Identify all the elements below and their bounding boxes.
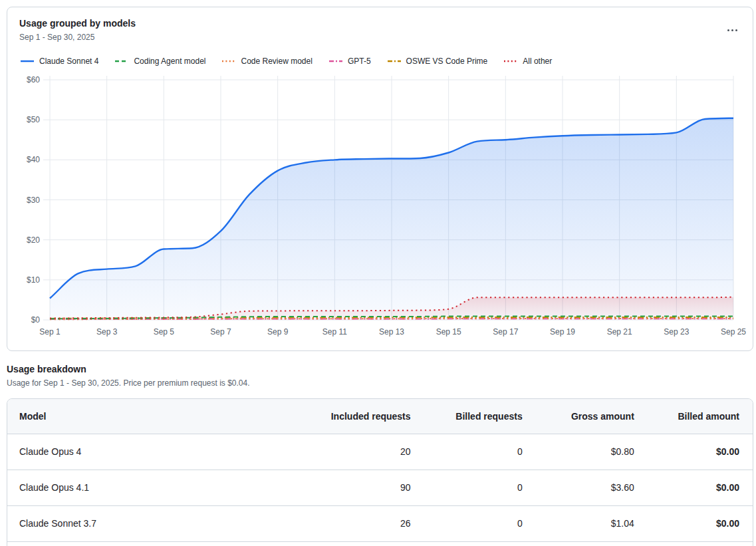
svg-text:Sep 5: Sep 5: [154, 327, 175, 337]
legend-label: Claude Sonnet 4: [39, 57, 98, 66]
model-cell: Claude Sonnet 3.7: [7, 505, 305, 541]
legend-swatch-icon: [114, 59, 129, 63]
column-header-billed-requests: Billed requests: [418, 399, 529, 434]
table-row-partial: [7, 541, 753, 546]
legend-swatch-icon: [387, 59, 402, 63]
svg-text:Sep 25: Sep 25: [721, 327, 746, 337]
included-requests-cell: 90: [305, 470, 417, 505]
legend-item-coding-agent-model[interactable]: Coding Agent model: [114, 57, 205, 66]
x-axis-labels: Sep 1Sep 3Sep 5Sep 7Sep 9Sep 11Sep 13Sep…: [39, 327, 746, 337]
column-header-model: Model: [7, 399, 305, 434]
svg-text:Sep 9: Sep 9: [267, 327, 289, 337]
chart-date-range: Sep 1 - Sep 30, 2025: [19, 33, 94, 42]
billed-amount-cell: $0.00: [641, 434, 753, 470]
svg-text:Sep 23: Sep 23: [664, 327, 689, 337]
legend-item-code-review-model[interactable]: Code Review model: [221, 57, 312, 66]
chart-options-button[interactable]: [722, 22, 742, 38]
svg-text:$0: $0: [31, 315, 41, 325]
usage-breakdown-title: Usage breakdown: [7, 364, 86, 374]
legend-swatch-icon: [20, 59, 35, 63]
svg-text:Sep 11: Sep 11: [322, 327, 347, 337]
legend-item-oswe-vs-code-prime[interactable]: OSWE VS Code Prime: [387, 57, 488, 66]
usage-line-chart: $0$10$20$30$40$50$60Sep 1Sep 3Sep 5Sep 7…: [7, 70, 753, 346]
legend-item-all-other[interactable]: All other: [503, 57, 552, 66]
kebab-horizontal-icon: [731, 29, 733, 31]
svg-text:Sep 13: Sep 13: [379, 327, 404, 337]
legend-swatch-icon: [503, 59, 518, 63]
legend-item-claude-sonnet-4[interactable]: Claude Sonnet 4: [20, 57, 98, 66]
legend-label: Coding Agent model: [134, 57, 205, 66]
svg-text:Sep 15: Sep 15: [436, 327, 461, 337]
svg-text:$20: $20: [27, 235, 40, 245]
copilot-usage-page: { "chart_card": { "title": "Usage groupe…: [0, 0, 756, 546]
chart-title: Usage grouped by models: [19, 18, 136, 29]
column-header-gross-amount: Gross amount: [529, 399, 641, 434]
table-row: Claude Opus 4.1 90 0 $3.60 $0.00: [7, 470, 753, 505]
table-header-row: Model Included requests Billed requests …: [7, 399, 753, 434]
legend-label: Code Review model: [241, 57, 312, 66]
billed-amount-cell: $0.00: [641, 470, 753, 505]
legend-label: OSWE VS Code Prime: [406, 57, 488, 66]
svg-text:$40: $40: [27, 155, 40, 164]
column-header-billed-amount: Billed amount: [641, 399, 753, 434]
svg-text:Sep 17: Sep 17: [493, 327, 518, 337]
svg-text:Sep 1: Sep 1: [39, 327, 61, 337]
svg-text:$50: $50: [27, 115, 40, 124]
usage-breakdown-table: Model Included requests Billed requests …: [7, 399, 753, 546]
svg-text:Sep 7: Sep 7: [210, 327, 231, 337]
included-requests-cell: 26: [305, 505, 417, 541]
table-row: Claude Sonnet 3.7 26 0 $1.04 $0.00: [7, 505, 753, 541]
svg-text:$60: $60: [27, 75, 40, 84]
billed-requests-cell: 0: [418, 434, 529, 470]
billed-requests-cell: 0: [418, 505, 529, 541]
svg-text:Sep 21: Sep 21: [607, 327, 632, 337]
legend-label: GPT-5: [348, 57, 371, 66]
gross-amount-cell: $1.04: [529, 505, 641, 541]
svg-text:Sep 3: Sep 3: [96, 327, 118, 337]
legend-swatch-icon: [328, 59, 343, 63]
chart-legend: Claude Sonnet 4 Coding Agent model Code …: [20, 57, 552, 66]
svg-text:Sep 19: Sep 19: [550, 327, 575, 337]
legend-item-gpt-5[interactable]: GPT-5: [328, 57, 371, 66]
gross-amount-cell: $0.80: [529, 434, 641, 470]
svg-text:$10: $10: [27, 275, 40, 285]
usage-chart-svg: $0$10$20$30$40$50$60Sep 1Sep 3Sep 5Sep 7…: [7, 70, 753, 346]
legend-swatch-icon: [221, 59, 236, 63]
model-cell: Claude Opus 4: [7, 434, 305, 470]
billed-amount-cell: $0.00: [641, 505, 753, 541]
model-cell: Claude Opus 4.1: [7, 470, 305, 505]
legend-label: All other: [523, 57, 552, 66]
y-axis-labels: $0$10$20$30$40$50$60: [27, 75, 40, 325]
kebab-horizontal-icon: [735, 29, 737, 31]
svg-text:$30: $30: [27, 196, 40, 205]
usage-breakdown-table-card: Model Included requests Billed requests …: [7, 398, 753, 546]
gross-amount-cell: $3.60: [529, 470, 641, 505]
column-header-included-requests: Included requests: [305, 399, 417, 434]
kebab-horizontal-icon: [727, 29, 729, 31]
included-requests-cell: 20: [305, 434, 417, 470]
usage-chart-card: Usage grouped by models Sep 1 - Sep 30, …: [7, 7, 753, 351]
usage-breakdown-subtitle: Usage for Sep 1 - Sep 30, 2025. Price pe…: [7, 378, 250, 388]
billed-requests-cell: 0: [418, 470, 529, 505]
table-row: Claude Opus 4 20 0 $0.80 $0.00: [7, 434, 753, 470]
